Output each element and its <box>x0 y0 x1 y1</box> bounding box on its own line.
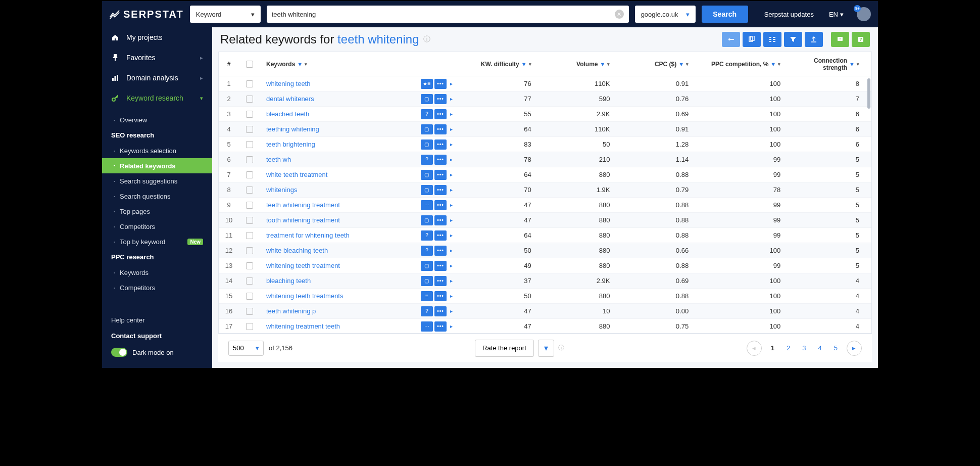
row-checkbox[interactable] <box>246 277 253 285</box>
sidebar-item-my-projects[interactable]: My projects <box>102 27 212 48</box>
prev-page-button[interactable]: ◂ <box>747 341 762 356</box>
search-type-select[interactable]: Keyword ▾ <box>190 6 261 23</box>
info-icon[interactable]: ⓘ <box>558 344 564 352</box>
keyword-link[interactable]: whitening teeth treatment <box>266 262 340 269</box>
row-checkbox[interactable] <box>246 323 253 330</box>
col-connection[interactable]: Connection strength ▼▾ <box>787 57 871 71</box>
rate-report-dropdown[interactable]: ▾ <box>538 340 554 357</box>
sidebar-item-ppc-competitors[interactable]: Competitors <box>102 280 212 295</box>
serp-icon[interactable]: ⋯ <box>421 200 433 210</box>
serp-icon[interactable]: ▢ <box>421 94 433 104</box>
row-checkbox[interactable] <box>246 247 253 254</box>
col-ppc[interactable]: PPC competition, % ▼▾ <box>695 61 787 68</box>
logo[interactable]: SERPSTAT <box>109 9 184 20</box>
keyword-link[interactable]: tooth whitening treatment <box>266 216 340 224</box>
more-icon[interactable]: ••• <box>434 200 447 210</box>
row-checkbox[interactable] <box>246 308 253 315</box>
sidebar-item-search-suggestions[interactable]: Search suggestions <box>102 173 212 189</box>
keyword-link[interactable]: dental whiteners <box>266 95 314 103</box>
clear-icon[interactable]: ✕ <box>615 10 624 19</box>
more-icon[interactable]: ••• <box>434 306 447 316</box>
more-icon[interactable]: ••• <box>434 124 447 134</box>
row-checkbox[interactable] <box>246 126 253 133</box>
serp-icon[interactable]: ▢ <box>421 276 433 286</box>
updates-link[interactable]: Serpstat updates <box>764 11 814 18</box>
keyword-link[interactable]: whitening teeth <box>266 80 310 87</box>
expand-icon[interactable]: ▸ <box>450 248 453 253</box>
more-icon[interactable]: ••• <box>434 246 447 256</box>
col-keywords[interactable]: Keywords ▼▾ <box>260 61 459 68</box>
sidebar-item-domain-analysis[interactable]: Domain analysis▸ <box>102 68 212 88</box>
expand-icon[interactable]: ▸ <box>450 232 453 238</box>
row-checkbox[interactable] <box>246 232 253 239</box>
col-difficulty[interactable]: KW. difficulty ▼▾ <box>459 61 537 68</box>
more-icon[interactable]: ••• <box>434 94 447 104</box>
help-button[interactable]: ? <box>852 32 870 47</box>
row-checkbox[interactable] <box>246 293 253 300</box>
keyword-link[interactable]: treatment for whitening teeth <box>266 231 350 239</box>
search-input[interactable] <box>272 11 615 18</box>
keyword-link[interactable]: white bleaching teeth <box>266 247 328 254</box>
lang-select[interactable]: EN ▾ <box>829 11 844 18</box>
expand-icon[interactable]: ▸ <box>450 293 453 299</box>
filter-button[interactable] <box>784 32 802 47</box>
row-checkbox[interactable] <box>246 187 253 194</box>
export-button[interactable] <box>805 32 823 47</box>
expand-icon[interactable]: ▸ <box>450 187 453 193</box>
serp-icon[interactable]: ★≡ <box>421 79 433 89</box>
more-icon[interactable]: ••• <box>434 185 447 195</box>
keyword-link[interactable]: teeth brightening <box>266 141 315 148</box>
expand-icon[interactable]: ▸ <box>450 142 453 147</box>
row-checkbox[interactable] <box>246 171 253 178</box>
expand-icon[interactable]: ▸ <box>450 308 453 314</box>
page-4[interactable]: 4 <box>812 344 828 352</box>
more-icon[interactable]: ••• <box>434 79 447 89</box>
col-volume[interactable]: Volume ▼▾ <box>537 61 616 68</box>
expand-icon[interactable]: ▸ <box>450 81 453 86</box>
row-checkbox[interactable] <box>246 111 253 118</box>
avatar[interactable]: 9+ <box>857 7 871 21</box>
more-icon[interactable]: ••• <box>434 321 447 332</box>
serp-icon[interactable]: ▢ <box>421 185 433 195</box>
search-button[interactable]: Search <box>702 6 748 23</box>
columns-button[interactable] <box>763 32 781 47</box>
expand-icon[interactable]: ▸ <box>450 157 453 162</box>
keyword-link[interactable]: teeth wh <box>266 156 291 163</box>
per-page-select[interactable]: 500 ▾ <box>228 341 264 356</box>
serp-icon[interactable]: ▢ <box>421 170 433 180</box>
serp-icon[interactable]: ? <box>421 230 433 241</box>
page-3[interactable]: 3 <box>796 344 812 352</box>
sidebar-item-top-by-keyword[interactable]: Top by keywordNew <box>102 234 212 249</box>
info-icon[interactable]: ⓘ <box>423 35 430 44</box>
sidebar-item-favorites[interactable]: Favorites▸ <box>102 48 212 68</box>
next-page-button[interactable]: ▸ <box>847 341 862 356</box>
feedback-button[interactable] <box>831 32 849 47</box>
more-icon[interactable]: ••• <box>434 139 447 150</box>
more-icon[interactable]: ••• <box>434 155 447 165</box>
api-button[interactable] <box>722 32 740 47</box>
expand-icon[interactable]: ▸ <box>450 217 453 223</box>
serp-icon[interactable]: ≡ <box>421 291 433 301</box>
sidebar-item-overview[interactable]: Overview <box>102 112 212 127</box>
sidebar-item-search-questions[interactable]: Search questions <box>102 189 212 204</box>
serp-icon[interactable]: ? <box>421 246 433 256</box>
contact-link[interactable]: Contact support <box>102 328 212 344</box>
row-checkbox[interactable] <box>246 202 253 209</box>
keyword-link[interactable]: whitenings <box>266 186 297 194</box>
select-all-checkbox[interactable] <box>246 61 253 68</box>
page-1[interactable]: 1 <box>765 344 780 352</box>
keyword-link[interactable]: whitening teeth treatments <box>266 292 343 300</box>
expand-icon[interactable]: ▸ <box>450 172 453 177</box>
serp-icon[interactable]: ▢ <box>421 124 433 134</box>
row-checkbox[interactable] <box>246 262 253 269</box>
expand-icon[interactable]: ▸ <box>450 202 453 208</box>
keyword-link[interactable]: teeth whitening treatment <box>266 201 340 209</box>
expand-icon[interactable]: ▸ <box>450 323 453 329</box>
row-checkbox[interactable] <box>246 96 253 103</box>
more-icon[interactable]: ••• <box>434 109 447 119</box>
more-icon[interactable]: ••• <box>434 261 447 271</box>
serp-icon[interactable]: ▢ <box>421 139 433 150</box>
page-5[interactable]: 5 <box>828 344 844 352</box>
keyword-link[interactable]: white teeth treatment <box>266 171 327 178</box>
expand-icon[interactable]: ▸ <box>450 278 453 284</box>
